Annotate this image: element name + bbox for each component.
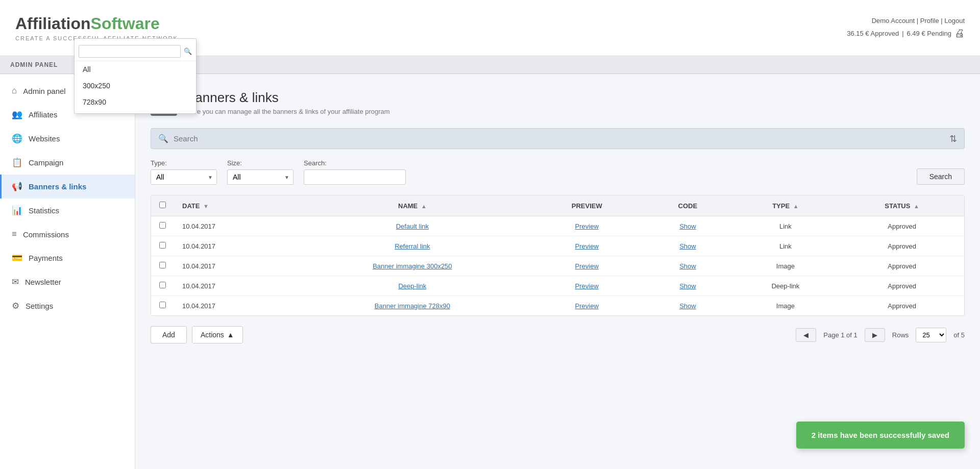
main-content: 📢 Banners & links Here you can manage al… [135, 74, 980, 469]
sidebar-label-statistics: Statistics [29, 206, 59, 215]
search-label: Search: [304, 159, 406, 167]
expand-icon[interactable]: ⇅ [949, 133, 957, 144]
row-select-0[interactable] [159, 222, 166, 229]
row-date-1: 10.04.2017 [174, 236, 296, 256]
sidebar-icon-newsletter: ✉ [12, 277, 19, 287]
col-type[interactable]: TYPE ▲ [731, 195, 840, 216]
row-code-1[interactable]: Show [644, 236, 731, 256]
row-select-4[interactable] [159, 302, 166, 308]
logo: AffiliationSoftware CREATE A SUCCESSFUL … [15, 14, 178, 41]
search-button[interactable]: Search [917, 168, 965, 185]
sidebar-item-payments[interactable]: 💳 Payments [0, 246, 135, 270]
col-date[interactable]: DATE ▼ [174, 195, 296, 216]
toast-message: 2 items have been successfully saved [812, 431, 949, 439]
row-checkbox-2[interactable] [151, 256, 174, 276]
row-code-0[interactable]: Show [644, 216, 731, 236]
dropdown-option-300x250[interactable]: 300x250 [75, 78, 196, 94]
table-header: DATE ▼ NAME ▲ PREVIEW CODE TYPE ▲ STATUS… [151, 195, 964, 216]
row-name-3[interactable]: Deep-link [296, 276, 530, 296]
page-subtitle: Here you can manage all the banners & li… [186, 108, 390, 115]
next-page-button[interactable]: ▶ [865, 328, 885, 342]
rows-per-page-select[interactable]: 25 50 100 [916, 328, 946, 342]
dropdown-option-728x90[interactable]: 728x90 [75, 94, 196, 110]
size-filter: Size: All [227, 159, 293, 185]
sidebar-item-newsletter[interactable]: ✉ Newsletter [0, 270, 135, 294]
bottom-left: Add Actions ▲ [151, 326, 243, 343]
printer-icon[interactable]: 🖨 [954, 28, 965, 39]
actions-button[interactable]: Actions ▲ [192, 326, 243, 343]
row-checkbox-1[interactable] [151, 236, 174, 256]
logo-software: Software [91, 14, 160, 33]
row-date-3: 10.04.2017 [174, 276, 296, 296]
row-checkbox-3[interactable] [151, 276, 174, 296]
col-code: CODE [644, 195, 731, 216]
search-bar: 🔍 ⇅ [151, 128, 965, 149]
prev-page-button[interactable]: ◀ [796, 328, 816, 342]
row-select-2[interactable] [159, 262, 166, 268]
row-preview-3[interactable]: Preview [529, 276, 644, 296]
table-row: 10.04.2017 Banner immagine 300x250 Previ… [151, 256, 964, 276]
row-checkbox-4[interactable] [151, 296, 174, 316]
table-row: 10.04.2017 Default link Preview Show Lin… [151, 216, 964, 236]
row-type-0: Link [731, 216, 840, 236]
date-sort-icon: ▼ [203, 203, 209, 209]
page-title: Banners & links [186, 90, 390, 106]
add-button[interactable]: Add [151, 326, 187, 343]
bottom-bar: Add Actions ▲ ◀ Page 1 of 1 ▶ Rows 25 50… [151, 326, 965, 343]
table-container: DATE ▼ NAME ▲ PREVIEW CODE TYPE ▲ STATUS… [151, 195, 965, 316]
sidebar-icon-campaign: 📋 [12, 157, 22, 168]
row-code-2[interactable]: Show [644, 256, 731, 276]
size-select[interactable]: All [227, 169, 293, 185]
sidebar-item-banners-links[interactable]: 📢 Banners & links [0, 175, 135, 199]
row-preview-1[interactable]: Preview [529, 236, 644, 256]
sidebar-label-newsletter: Newsletter [25, 278, 61, 286]
sidebar-label-commissions: Commissions [23, 230, 69, 239]
row-name-1[interactable]: Referral link [296, 236, 530, 256]
rows-label: Rows [892, 331, 909, 339]
sidebar-icon-banners-links: 📢 [12, 181, 22, 192]
sidebar-item-websites[interactable]: 🌐 Websites [0, 127, 135, 151]
col-checkbox [151, 195, 174, 216]
balance-pending: 6.49 € Pending [907, 30, 951, 37]
type-select[interactable]: All [151, 169, 217, 185]
dropdown-search-icon: 🔍 [184, 47, 192, 55]
sidebar-item-commissions[interactable]: ≡ Commissions [0, 223, 135, 246]
col-preview: PREVIEW [529, 195, 644, 216]
row-date-0: 10.04.2017 [174, 216, 296, 236]
row-preview-0[interactable]: Preview [529, 216, 644, 236]
row-select-3[interactable] [159, 282, 166, 288]
row-checkbox-0[interactable] [151, 216, 174, 236]
type-filter: Type: All [151, 159, 217, 185]
dropdown-search-input[interactable] [79, 45, 181, 58]
row-name-2[interactable]: Banner immagine 300x250 [296, 256, 530, 276]
select-all-checkbox[interactable] [159, 202, 166, 208]
sidebar-icon-settings: ⚙ [12, 301, 19, 311]
row-type-1: Link [731, 236, 840, 256]
filters-row: Type: All Size: All Search: Se [151, 159, 965, 185]
dropdown-option-all[interactable]: All [75, 61, 196, 78]
page-info: Page 1 of 1 [823, 331, 857, 339]
col-status[interactable]: STATUS ▲ [840, 195, 964, 216]
search-filter-input[interactable] [304, 169, 406, 185]
logo-text: AffiliationSoftware [15, 14, 178, 33]
row-status-2: Approved [840, 256, 964, 276]
row-code-4[interactable]: Show [644, 296, 731, 316]
search-bar-input[interactable] [174, 134, 957, 143]
col-name[interactable]: NAME ▲ [296, 195, 530, 216]
row-select-1[interactable] [159, 242, 166, 249]
account-links[interactable]: Demo Account | Profile | Logout [847, 17, 965, 24]
logo-affiliation: Affiliation [15, 14, 91, 33]
sidebar-label-websites: Websites [29, 134, 60, 143]
type-label: Type: [151, 159, 217, 167]
row-code-3[interactable]: Show [644, 276, 731, 296]
sidebar-label-affiliates: Affiliates [29, 110, 57, 119]
row-name-0[interactable]: Default link [296, 216, 530, 236]
sidebar-item-settings[interactable]: ⚙ Settings [0, 294, 135, 318]
row-preview-2[interactable]: Preview [529, 256, 644, 276]
row-preview-4[interactable]: Preview [529, 296, 644, 316]
sidebar-item-campaign[interactable]: 📋 Campaign [0, 151, 135, 175]
sidebar-label-banners-links: Banners & links [29, 182, 86, 191]
sidebar-icon-admin-panel: ⌂ [12, 86, 17, 96]
sidebar-item-statistics[interactable]: 📊 Statistics [0, 199, 135, 223]
row-name-4[interactable]: Banner immagine 728x90 [296, 296, 530, 316]
